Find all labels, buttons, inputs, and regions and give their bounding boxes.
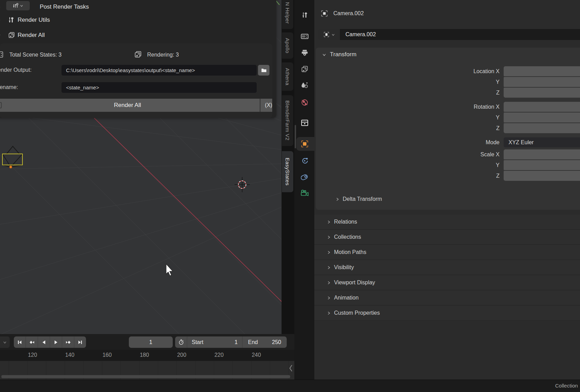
browse-folder-button[interactable] — [258, 65, 269, 76]
mouse-cursor — [166, 264, 173, 276]
viewport-3d[interactable]: Post Render Tasks Render Utils — [0, 0, 294, 334]
constraints-icon[interactable] — [301, 173, 309, 181]
scene-icon[interactable] — [301, 81, 309, 89]
active-collection-label: Collection — [555, 383, 578, 389]
sliders-plus-icon — [13, 3, 18, 8]
start-frame-field[interactable]: Start 1 — [187, 336, 243, 348]
status-bar: Collection — [0, 380, 580, 392]
jump-to-end-button[interactable] — [74, 336, 86, 348]
transform-panel-header[interactable]: Transform — [322, 51, 356, 58]
timeline-ruler[interactable]: 100 120 140 160 180 200 220 240 — [0, 350, 294, 361]
world-icon[interactable] — [301, 98, 309, 107]
sidebar-tab-apollo[interactable]: Apollo — [282, 32, 293, 59]
location-y-field[interactable] — [504, 77, 580, 87]
jump-to-start-button[interactable] — [14, 336, 26, 348]
sidebar-tab-strip: N Helper Apollo Athena BlenderFarm V2 Ea… — [282, 0, 294, 334]
playback-controls — [14, 336, 86, 348]
scale-y-field[interactable] — [504, 160, 580, 170]
panel-header-render-utils[interactable]: Render Utils — [0, 15, 50, 25]
camera-object — [2, 146, 22, 168]
sidebar-tab-blenderfarm-v2[interactable]: BlenderFarm V2 — [282, 95, 293, 146]
ruler-tick: 200 — [177, 352, 187, 358]
scale-z-field[interactable] — [504, 171, 580, 181]
collection-icon[interactable] — [301, 119, 309, 127]
end-frame-field[interactable]: End 250 — [243, 336, 287, 348]
scale-z-label: Z — [346, 173, 500, 179]
next-keyframe-button[interactable] — [62, 336, 74, 348]
scene-states-icon — [0, 51, 3, 58]
blender-window: Post Render Tasks Render Utils — [0, 0, 580, 392]
location-x-field[interactable] — [504, 66, 580, 76]
timeline-header: 1 Start 1 End — [0, 334, 294, 350]
section-animation[interactable]: Animation — [314, 291, 580, 305]
collapsed-sidebar-chevron[interactable] — [289, 364, 293, 373]
use-preview-range-toggle[interactable] — [175, 336, 187, 348]
object-data-icon[interactable] — [301, 189, 309, 197]
play-button[interactable] — [50, 336, 62, 348]
rotation-mode-label: Mode — [346, 139, 500, 146]
sidebar-tab-easystates[interactable]: EasyStates — [282, 151, 293, 192]
previous-keyframe-button[interactable] — [26, 336, 38, 348]
output-icon[interactable] — [301, 49, 309, 57]
filename-field[interactable]: <state_name> — [61, 82, 257, 93]
sidebar-tab-athena[interactable]: Athena — [282, 62, 293, 91]
tool-icon — [8, 17, 15, 23]
properties-tab-strip — [294, 0, 314, 380]
render-all-button[interactable]: Render All — [0, 99, 260, 112]
object-name-field[interactable]: Camera.002 — [340, 29, 580, 40]
chevron-right-icon — [326, 250, 331, 255]
horizontal-scrollbar[interactable] — [1, 375, 290, 378]
sidebar-tab-n-helper[interactable]: N Helper — [282, 0, 293, 29]
render-icon[interactable] — [301, 32, 309, 40]
timeline-editor: 1 Start 1 End — [0, 334, 294, 380]
breadcrumb-object-name[interactable]: Camera.002 — [333, 10, 364, 17]
ruler-tick: 160 — [103, 352, 112, 358]
task-settings-button[interactable] — [6, 1, 30, 10]
timeline-menu-dropdown[interactable] — [0, 336, 10, 348]
section-visibility[interactable]: Visibility — [314, 260, 580, 275]
location-x-label: Location X — [346, 68, 500, 75]
chevron-down-icon — [331, 33, 335, 37]
section-relations[interactable]: Relations — [314, 215, 580, 229]
panel-header-render-all[interactable]: Render All — [0, 30, 45, 40]
frame-range-group: Start 1 End 250 — [175, 336, 287, 348]
object-icon[interactable] — [301, 140, 309, 148]
rotation-z-field[interactable] — [504, 123, 580, 133]
rotation-y-field[interactable] — [504, 112, 580, 122]
rendering-icon — [134, 51, 142, 58]
delta-transform-header[interactable]: Delta Transform — [335, 196, 382, 202]
section-collections[interactable]: Collections — [314, 230, 580, 245]
folder-icon — [261, 68, 267, 73]
cursor-3d — [235, 177, 250, 192]
rendering-count: Rendering: 3 — [147, 52, 179, 58]
object-icon — [323, 31, 330, 38]
render-icon-partial — [0, 102, 2, 109]
cancel-render-button[interactable]: (X) — [260, 99, 272, 112]
current-frame-field[interactable]: 1 — [129, 336, 173, 348]
chevron-right-icon — [326, 281, 331, 285]
scale-x-field[interactable] — [504, 149, 580, 159]
physics-icon[interactable] — [301, 157, 309, 165]
rotation-x-label: Rotation X — [346, 104, 500, 110]
chevron-right-icon — [335, 197, 340, 202]
object-icon — [321, 10, 328, 17]
tab-strip-scrollbar[interactable] — [295, 125, 296, 148]
chevron-right-icon — [326, 265, 331, 270]
play-reverse-button[interactable] — [38, 336, 50, 348]
panel-header-post-render-tasks[interactable]: Post Render Tasks — [0, 2, 89, 12]
render-output-field[interactable]: C:\Users\rodri\Desktop\easystates\output… — [61, 65, 257, 76]
timeline-channels[interactable] — [0, 361, 294, 380]
rotation-mode-dropdown[interactable]: XYZ Euler — [504, 137, 580, 147]
id-type-dropdown[interactable] — [318, 29, 340, 40]
rotation-y-label: Y — [346, 115, 500, 121]
location-z-field[interactable] — [504, 88, 580, 98]
panel-title: Render Utils — [18, 17, 50, 23]
axis-line-red — [83, 107, 294, 314]
tool-icon[interactable] — [301, 11, 309, 19]
section-motion-paths[interactable]: Motion Paths — [314, 245, 580, 260]
rotation-x-field[interactable] — [504, 102, 580, 112]
ruler-tick: 180 — [140, 352, 149, 358]
view-layer-icon[interactable] — [301, 65, 309, 73]
section-viewport-display[interactable]: Viewport Display — [314, 275, 580, 290]
section-custom-properties[interactable]: Custom Properties — [314, 306, 580, 321]
